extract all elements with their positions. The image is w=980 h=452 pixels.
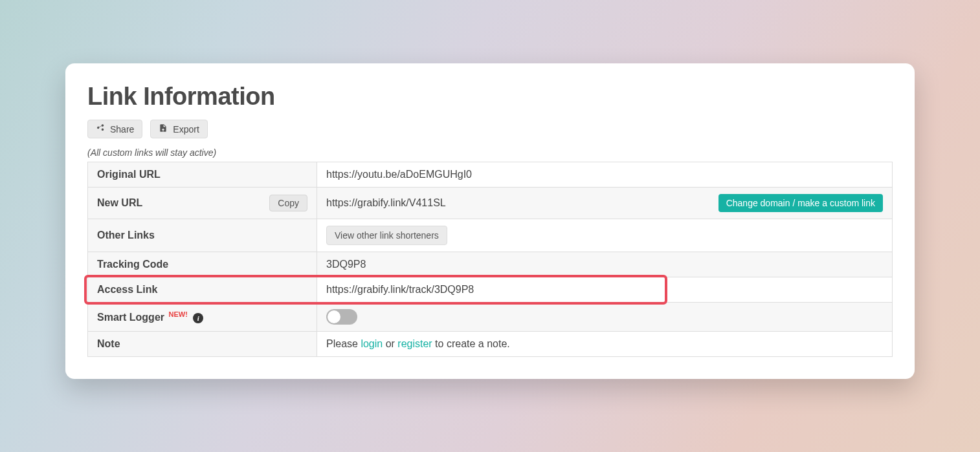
value-original-url: https://youtu.be/aDoEMGUHgI0 xyxy=(317,162,893,188)
value-access-link: https://grabify.link/track/3DQ9P8 xyxy=(317,277,893,303)
link-info-card: Link Information Share Export (All custo… xyxy=(65,63,915,379)
copy-button[interactable]: Copy xyxy=(269,195,307,211)
smart-logger-toggle[interactable] xyxy=(326,309,357,325)
value-new-url-cell: https://grabify.link/V411SL Change domai… xyxy=(317,188,893,219)
note-suffix: to create a note. xyxy=(432,338,510,349)
row-note: Note Please login or register to create … xyxy=(88,332,893,357)
register-link[interactable]: register xyxy=(397,338,432,349)
value-new-url: https://grabify.link/V411SL xyxy=(326,197,446,209)
action-row: Share Export xyxy=(87,120,893,138)
note-mid: or xyxy=(383,338,397,349)
row-access-link: Access Link https://grabify.link/track/3… xyxy=(88,277,893,303)
label-smart-logger-text: Smart Logger xyxy=(97,312,164,323)
export-icon xyxy=(159,124,168,135)
label-note: Note xyxy=(88,332,317,357)
value-note: Please login or register to create a not… xyxy=(317,332,893,357)
label-smart-logger: Smart Logger NEW! i xyxy=(88,303,317,332)
view-other-shorteners-button[interactable]: View other link shorteners xyxy=(326,226,447,245)
page-title: Link Information xyxy=(87,83,893,111)
toggle-knob xyxy=(328,310,340,323)
label-new-url: New URL Copy xyxy=(88,188,317,219)
share-button[interactable]: Share xyxy=(87,120,142,138)
label-tracking-code: Tracking Code xyxy=(88,252,317,277)
label-access-link: Access Link xyxy=(88,277,317,303)
export-label: Export xyxy=(173,124,199,135)
note-prefix: Please xyxy=(326,338,361,349)
link-info-table: Original URL https://youtu.be/aDoEMGUHgI… xyxy=(87,162,893,357)
row-smart-logger: Smart Logger NEW! i xyxy=(88,303,893,332)
row-tracking-code: Tracking Code 3DQ9P8 xyxy=(88,252,893,277)
label-original-url: Original URL xyxy=(88,162,317,188)
info-icon[interactable]: i xyxy=(193,313,203,323)
value-smart-logger xyxy=(317,303,893,332)
new-badge: NEW! xyxy=(168,310,187,318)
export-button[interactable]: Export xyxy=(150,120,207,138)
label-new-url-text: New URL xyxy=(97,197,142,209)
value-tracking-code: 3DQ9P8 xyxy=(317,252,893,277)
share-icon xyxy=(96,124,105,135)
change-domain-button[interactable]: Change domain / make a custom link xyxy=(718,194,883,212)
value-other-links: View other link shorteners xyxy=(317,219,893,252)
label-access-link-text: Access Link xyxy=(97,284,157,295)
subnote: (All custom links will stay active) xyxy=(87,147,893,158)
share-label: Share xyxy=(110,124,134,135)
row-original-url: Original URL https://youtu.be/aDoEMGUHgI… xyxy=(88,162,893,188)
row-other-links: Other Links View other link shorteners xyxy=(88,219,893,252)
login-link[interactable]: login xyxy=(361,338,383,349)
row-new-url: New URL Copy https://grabify.link/V411SL… xyxy=(88,188,893,219)
label-other-links: Other Links xyxy=(88,219,317,252)
